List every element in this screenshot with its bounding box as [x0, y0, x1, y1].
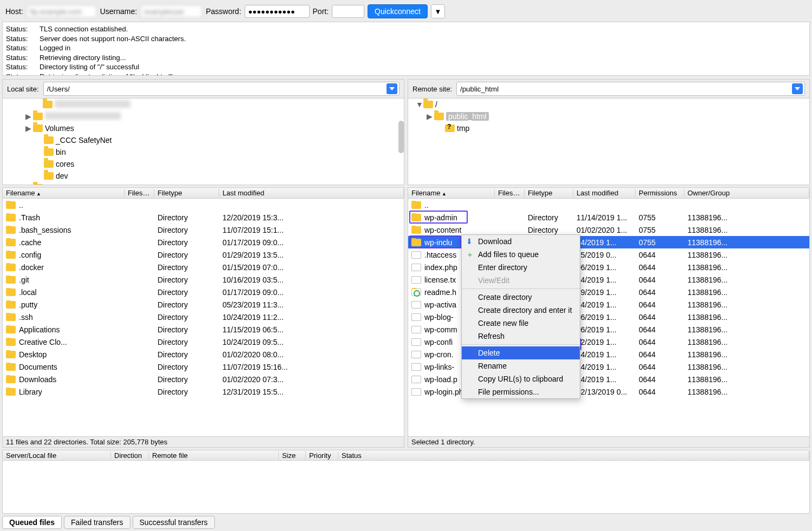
file-row[interactable]: ..	[3, 199, 404, 211]
log-line: Status:Retrieving directory listing of "…	[6, 72, 806, 76]
col-filename[interactable]: Filename	[3, 189, 125, 197]
tree-node[interactable]: dev	[3, 170, 404, 182]
remote-status: Selected 1 directory.	[408, 436, 809, 447]
menu-item-create-directory[interactable]: Create directory	[462, 291, 580, 304]
col-filesize[interactable]: Filesize	[125, 189, 154, 197]
username-input[interactable]	[140, 5, 202, 18]
message-log[interactable]: Status:TLS connection established.Status…	[2, 22, 810, 76]
menu-item-rename[interactable]: Rename	[462, 359, 580, 372]
remote-site-input[interactable]	[456, 82, 805, 96]
col-owner[interactable]: Owner/Group	[684, 189, 809, 197]
username-label: Username:	[100, 7, 137, 16]
file-icon	[411, 251, 421, 259]
file-row[interactable]: .dockerDirectory01/15/2019 07:0...	[3, 261, 404, 273]
folder-icon	[445, 124, 455, 132]
file-row[interactable]: .bash_sessionsDirectory11/07/2019 15:1..…	[3, 224, 404, 236]
file-row[interactable]: DownloadsDirectory01/02/2020 07:3...	[3, 373, 404, 385]
password-input[interactable]	[245, 5, 310, 18]
tree-node[interactable]: ▶etc	[3, 182, 404, 185]
remote-columns[interactable]: Filename Filesize Filetype Last modified…	[408, 188, 809, 199]
folder-icon	[6, 251, 16, 259]
menu-item-delete[interactable]: Delete	[462, 346, 580, 359]
tree-node[interactable]: ▼/	[408, 99, 809, 110]
file-row[interactable]: .sshDirectory10/24/2019 11:2...	[3, 311, 404, 323]
qcol-direction[interactable]: Direction	[111, 451, 149, 460]
file-row[interactable]: DesktopDirectory01/02/2020 08:0...	[3, 348, 404, 360]
file-row[interactable]: ApplicationsDirectory11/15/2019 06:5...	[3, 323, 404, 336]
tree-node[interactable]: cores	[3, 158, 404, 170]
col-filetype[interactable]: Filetype	[154, 189, 219, 197]
scrollbar[interactable]	[398, 121, 404, 153]
local-columns[interactable]: Filename Filesize Filetype Last modified	[3, 188, 404, 199]
tab-successful-transfers[interactable]: Successful transfers	[133, 516, 215, 529]
context-menu: ⬇Download＋Add files to queueEnter direct…	[461, 234, 580, 399]
tree-node[interactable]: ▶public_html	[408, 110, 809, 122]
local-rows[interactable]: ...TrashDirectory12/20/2019 15:3....bash…	[3, 199, 404, 436]
quickconnect-bar: Host: Username: Password: Port: Quickcon…	[0, 0, 812, 22]
folder-icon	[6, 376, 16, 383]
qcol-status[interactable]: Status	[338, 451, 809, 460]
local-tree[interactable]: ▶▶Volumes_CCC SafetyNetbincoresdev▶etc	[2, 99, 404, 185]
file-row[interactable]: ..	[408, 199, 809, 211]
qcol-server[interactable]: Server/Local file	[3, 451, 111, 460]
file-row[interactable]: .cacheDirectory01/17/2019 09:0...	[3, 236, 404, 248]
tree-node[interactable]: ▶	[3, 110, 404, 122]
file-row[interactable]: wp-adminDirectory11/14/2019 1...07551138…	[408, 211, 809, 224]
local-file-list: Filename Filesize Filetype Last modified…	[2, 187, 404, 448]
file-row[interactable]: .localDirectory01/17/2019 09:0...	[3, 286, 404, 298]
log-line: Status:Directory listing of "/" successf…	[6, 62, 806, 72]
tree-node[interactable]: ▶Volumes	[3, 122, 404, 134]
local-site-input[interactable]	[43, 82, 400, 96]
queue-columns[interactable]: Server/Local file Direction Remote file …	[2, 450, 810, 461]
file-row[interactable]: .gitDirectory10/16/2019 03:5...	[3, 273, 404, 286]
folder-icon	[411, 201, 421, 209]
remote-tree[interactable]: ▼/▶public_htmltmp	[408, 99, 810, 185]
port-input[interactable]	[332, 5, 364, 18]
file-row[interactable]: .configDirectory01/29/2019 13:5...	[3, 248, 404, 261]
quickconnect-history-dropdown[interactable]: ▼	[431, 4, 445, 18]
queue-body[interactable]	[2, 461, 810, 514]
menu-item-copy-url-s-to-clipboard[interactable]: Copy URL(s) to clipboard	[462, 372, 580, 385]
tree-node[interactable]: _CCC SafetyNet	[3, 134, 404, 146]
folder-icon	[44, 136, 54, 144]
folder-icon	[6, 276, 16, 284]
chevron-down-icon: ▼	[434, 8, 441, 16]
tree-node[interactable]: tmp	[408, 122, 809, 134]
col-lastmod[interactable]: Last modified	[219, 189, 404, 197]
tree-node[interactable]	[3, 99, 404, 110]
file-row[interactable]: Creative Clo...Directory10/24/2019 09:5.…	[3, 336, 404, 348]
tab-failed-transfers[interactable]: Failed transfers	[64, 516, 130, 529]
qcol-size[interactable]: Size	[279, 451, 306, 460]
qcol-remote[interactable]: Remote file	[149, 451, 279, 460]
file-row[interactable]: DocumentsDirectory11/07/2019 15:16...	[3, 360, 404, 373]
col-permissions[interactable]: Permissions	[636, 189, 684, 197]
menu-item-create-new-file[interactable]: Create new file	[462, 317, 580, 330]
file-row[interactable]: LibraryDirectory12/31/2019 15:5...	[3, 385, 404, 398]
quickconnect-button[interactable]: Quickconnect	[368, 4, 428, 18]
col-filesize[interactable]: Filesize	[495, 189, 525, 197]
tree-node[interactable]: bin	[3, 146, 404, 158]
menu-item-add-files-to-queue[interactable]: ＋Add files to queue	[462, 248, 580, 261]
local-site-dropdown[interactable]	[387, 83, 397, 94]
col-lastmod[interactable]: Last modified	[573, 189, 636, 197]
qcol-priority[interactable]: Priority	[306, 451, 338, 460]
menu-item-enter-directory[interactable]: Enter directory	[462, 261, 580, 274]
remote-site-dropdown[interactable]	[792, 83, 803, 94]
file-row[interactable]: .puttyDirectory05/23/2019 11:3...	[3, 298, 404, 311]
col-filetype[interactable]: Filetype	[525, 189, 573, 197]
file-row[interactable]: .TrashDirectory12/20/2019 15:3...	[3, 211, 404, 224]
folder-icon	[43, 101, 53, 108]
menu-item-view-edit: View/Edit	[462, 274, 580, 287]
local-site-bar: Local site:	[2, 79, 404, 99]
port-label: Port:	[313, 7, 329, 16]
log-line: Status:Retrieving directory listing...	[6, 53, 806, 63]
host-input[interactable]	[27, 5, 97, 18]
menu-item-refresh[interactable]: Refresh	[462, 330, 580, 343]
file-icon	[411, 301, 421, 309]
menu-item-file-permissions-[interactable]: File permissions...	[462, 385, 580, 398]
tab-queued-files[interactable]: Queued files	[2, 516, 62, 529]
col-filename[interactable]: Filename	[408, 189, 495, 197]
password-label: Password:	[206, 7, 241, 16]
menu-item-create-directory-and-enter-it[interactable]: Create directory and enter it	[462, 304, 580, 317]
menu-item-download[interactable]: ⬇Download	[462, 235, 580, 248]
